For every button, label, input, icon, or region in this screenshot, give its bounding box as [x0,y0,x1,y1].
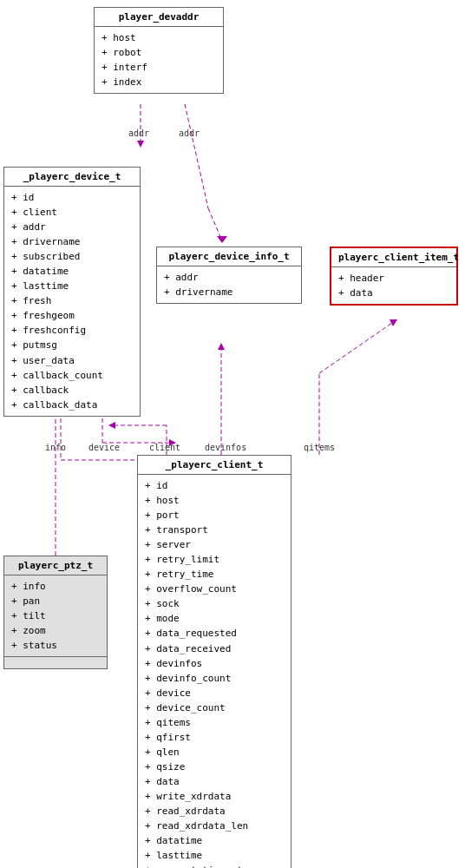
playerc-ptz-t-body: + info + pan + tilt + zoom + status [4,575,107,656]
svg-line-2 [185,104,208,208]
playerc-device-t-box: _playerc_device_t + id + client + addr +… [3,167,141,417]
addr1-label: addr [128,128,149,138]
diagram-container: player_devaddr + host + robot + interf +… [0,0,465,868]
playerc-device-info-t-title: playerc_device_info_t [157,247,301,266]
device-label: device [88,443,120,452]
svg-marker-4 [217,236,227,243]
qitems-label: qitems [304,443,335,452]
svg-marker-18 [390,319,397,326]
svg-marker-1 [137,141,144,148]
playerc-ptz-t-title: playerc_ptz_t [4,556,107,575]
playerc-client-item-t-title: playerc_client_item_t [331,248,456,267]
devinfos-label: devinfos [205,443,246,452]
info-label: info [45,443,66,452]
playerc-client-t-title: _playerc_client_t [138,456,291,475]
svg-line-17 [319,321,395,373]
addr2-label: addr [179,128,200,138]
player-devaddr-title: player_devaddr [95,8,223,27]
playerc-client-t-box: _playerc_client_t + id + host + port + t… [137,455,291,868]
playerc-ptz-t-box: playerc_ptz_t + info + pan + tilt + zoom… [3,556,108,669]
playerc-device-t-title: _playerc_device_t [4,168,140,187]
client-label: client [149,443,180,452]
player-devaddr-box: player_devaddr + host + robot + interf +… [94,7,224,94]
playerc-client-item-t-body: + header + data [331,267,456,304]
player-devaddr-body: + host + robot + interf + index [95,27,223,93]
svg-marker-15 [218,343,225,350]
playerc-device-info-t-box: playerc_device_info_t + addr + drivernam… [156,247,302,304]
playerc-client-t-body: + id + host + port + transport + server … [138,475,291,868]
playerc-client-item-t-box: playerc_client_item_t + header + data [330,247,458,306]
playerc-device-t-body: + id + client + addr + drivername + subs… [4,187,140,416]
playerc-device-info-t-body: + addr + drivername [157,266,301,303]
svg-marker-13 [108,422,115,429]
svg-line-3 [208,208,221,239]
